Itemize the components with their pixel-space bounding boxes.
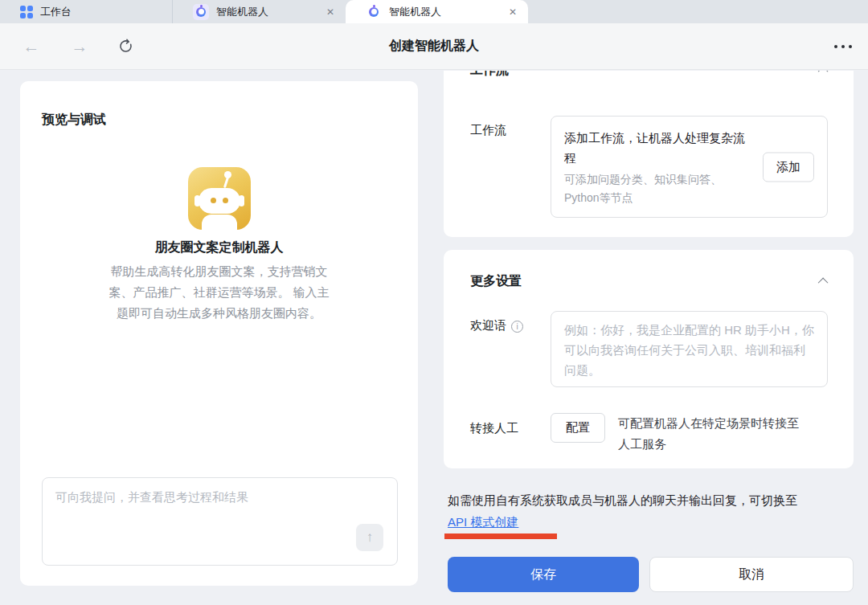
welcome-input-box	[551, 311, 828, 387]
annotation-underline	[444, 533, 557, 539]
forward-icon[interactable]: →	[71, 37, 88, 56]
bot-name: 朋友圈文案定制机器人	[20, 239, 418, 256]
more-menu-button[interactable]	[828, 39, 858, 55]
workflow-row: 工作流 添加工作流，让机器人处理复杂流程 可添加问题分类、知识集问答、Pytho…	[470, 116, 828, 218]
chat-input-box: ↑	[42, 477, 398, 566]
workflow-field-label: 工作流	[470, 116, 551, 218]
bot-avatar-icon	[188, 167, 251, 230]
tab-workbench[interactable]: 工作台	[0, 0, 173, 23]
tab-label: 智能机器人	[216, 5, 268, 19]
welcome-label: 欢迎语	[470, 318, 506, 387]
transfer-label: 转接人工	[470, 413, 551, 436]
workbench-grid-icon	[20, 6, 33, 18]
footer: 如需使用自有系统获取成员与机器人的聊天并输出回复，可切换至 API 模式创建 保…	[444, 489, 854, 592]
action-buttons: 保存 取消	[448, 557, 854, 592]
add-workflow-button[interactable]: 添加	[763, 152, 814, 182]
tab-label: 工作台	[40, 5, 72, 19]
welcome-label-cell: 欢迎语 i	[470, 311, 551, 387]
api-mode-link[interactable]: API 模式创建	[448, 512, 518, 533]
chat-input[interactable]	[43, 478, 397, 565]
tab-strip: 工作台 智能机器人 ✕ 智能机器人 ✕	[0, 0, 868, 23]
refresh-icon[interactable]	[117, 38, 134, 55]
info-icon[interactable]: i	[511, 321, 523, 333]
workflow-card: 工作流 工作流 添加工作流，让机器人处理复杂流程 可添加问题分类、知识集问答、P…	[444, 71, 854, 237]
transfer-hint: 可配置机器人在特定场景时转接至人工服务	[618, 413, 809, 455]
workflow-box-title: 添加工作流，让机器人处理复杂流程	[564, 128, 751, 168]
more-settings-card: 更多设置 欢迎语 i 转接人工 配置 可配置机器人在特定场景时转接至人工服务	[444, 250, 854, 468]
tab-robot-1[interactable]: 智能机器人 ✕	[173, 0, 346, 23]
preview-title: 预览与调试	[42, 112, 106, 129]
tab-robot-2-active[interactable]: 智能机器人 ✕	[346, 0, 528, 23]
more-settings-title: 更多设置	[470, 273, 522, 290]
close-icon[interactable]: ✕	[326, 7, 334, 17]
workflow-section-header: 工作流	[470, 71, 828, 79]
workflow-box: 添加工作流，让机器人处理复杂流程 可添加问题分类、知识集问答、Python等节点…	[551, 116, 828, 218]
api-mode-note: 如需使用自有系统获取成员与机器人的聊天并输出回复，可切换至	[448, 489, 854, 512]
arrow-up-icon: ↑	[366, 529, 374, 546]
transfer-row: 转接人工 配置 可配置机器人在特定场景时转接至人工服务	[470, 413, 828, 455]
bot-description: 帮助生成高转化朋友圈文案，支持营销文案、产品推广、社群运营等场景。 输入主题即可…	[106, 261, 333, 324]
welcome-input[interactable]	[551, 312, 827, 386]
workflow-box-hint: 可添加问题分类、知识集问答、Python等节点	[564, 170, 751, 207]
save-button[interactable]: 保存	[448, 557, 639, 592]
main-content: 预览与调试 朋友圈文案定制机器人 帮助生成高转化朋友圈文案，支持营销文案、产品推…	[0, 71, 868, 605]
robot-icon	[193, 4, 209, 20]
back-icon[interactable]: ←	[23, 37, 40, 56]
more-settings-header: 更多设置	[470, 272, 828, 290]
configure-button[interactable]: 配置	[551, 413, 605, 443]
cancel-button[interactable]: 取消	[649, 557, 854, 592]
nav-bar: ← → 创建智能机器人	[0, 23, 868, 70]
close-icon[interactable]: ✕	[509, 7, 517, 17]
robot-icon	[366, 4, 382, 20]
send-button[interactable]: ↑	[356, 524, 383, 551]
workflow-section-title: 工作流	[470, 71, 509, 79]
tab-label: 智能机器人	[389, 5, 441, 19]
chevron-up-icon[interactable]	[818, 277, 829, 288]
preview-panel: 预览与调试 朋友圈文案定制机器人 帮助生成高转化朋友圈文案，支持营销文案、产品推…	[20, 81, 418, 586]
welcome-row: 欢迎语 i	[470, 311, 828, 387]
chevron-up-icon[interactable]	[818, 71, 829, 76]
settings-column: 工作流 工作流 添加工作流，让机器人处理复杂流程 可添加问题分类、知识集问答、P…	[444, 71, 854, 605]
